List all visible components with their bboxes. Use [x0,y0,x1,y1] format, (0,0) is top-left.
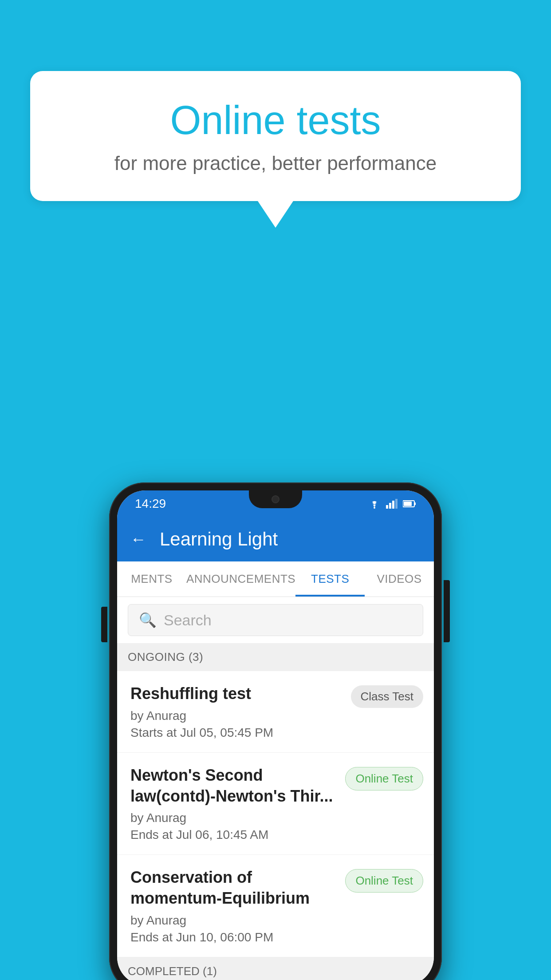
bubble-box: Online tests for more practice, better p… [30,71,521,201]
test-by-conservation: by Anurag [130,913,338,928]
promo-bubble: Online tests for more practice, better p… [30,71,521,228]
tab-ments[interactable]: MENTS [117,561,186,597]
ongoing-section-header: ONGOING (3) [117,643,434,671]
test-time-reshuffling: Starts at Jul 05, 05:45 PM [130,726,344,740]
svg-rect-4 [395,499,398,509]
svg-rect-1 [386,505,388,509]
svg-rect-2 [389,503,391,509]
tabs-bar: MENTS ANNOUNCEMENTS TESTS VIDEOS [117,561,434,597]
test-badge-reshuffling: Class Test [351,685,423,708]
status-bar: 14:29 [117,490,434,517]
status-icons [368,499,416,509]
tab-tests[interactable]: TESTS [295,561,365,597]
wifi-icon [368,499,381,509]
test-by-reshuffling: by Anurag [130,709,344,723]
signal-icon [386,499,398,509]
test-badge-newton: Online Test [345,767,423,790]
search-icon: 🔍 [139,612,157,628]
app-bar: ← Learning Light [117,517,434,561]
tab-videos[interactable]: VIDEOS [365,561,434,597]
tab-announcements[interactable]: ANNOUNCEMENTS [186,561,295,597]
completed-section-header: COMPLETED (1) [117,957,434,980]
battery-icon [403,500,416,508]
test-time-newton: Ends at Jul 06, 10:45 AM [130,828,338,842]
back-button[interactable]: ← [130,530,146,549]
notch [249,490,302,508]
test-name-conservation: Conservation of momentum-Equilibrium [130,867,338,909]
test-item-reshuffling[interactable]: Reshuffling test by Anurag Starts at Jul… [117,671,434,753]
bubble-title: Online tests [66,98,485,143]
svg-point-0 [374,507,375,509]
svg-rect-7 [404,502,412,506]
test-name-newton: Newton's Second law(contd)-Newton's Thir… [130,765,338,807]
test-name-reshuffling: Reshuffling test [130,684,344,704]
test-item-conservation[interactable]: Conservation of momentum-Equilibrium by … [117,855,434,957]
search-container: 🔍 Search [117,597,434,643]
test-item-newton[interactable]: Newton's Second law(contd)-Newton's Thir… [117,753,434,855]
app-bar-title: Learning Light [160,529,278,550]
search-bar[interactable]: 🔍 Search [128,604,423,636]
test-time-conservation: Ends at Jun 10, 06:00 PM [130,930,338,944]
camera-icon [272,495,279,503]
svg-rect-6 [414,502,416,505]
test-info-conservation: Conservation of momentum-Equilibrium by … [130,867,338,944]
test-info-reshuffling: Reshuffling test by Anurag Starts at Jul… [130,684,344,740]
test-badge-conservation: Online Test [345,869,423,893]
bubble-subtitle: for more practice, better performance [66,152,485,174]
test-by-newton: by Anurag [130,811,338,825]
test-info-newton: Newton's Second law(contd)-Newton's Thir… [130,765,338,842]
phone-screen: 14:29 [117,490,434,980]
phone-outer-shell: 14:29 [109,482,442,980]
status-time: 14:29 [135,497,166,511]
svg-rect-3 [392,501,394,509]
search-placeholder: Search [164,612,212,629]
phone-mockup: 14:29 [109,482,442,980]
bubble-arrow [258,201,293,228]
